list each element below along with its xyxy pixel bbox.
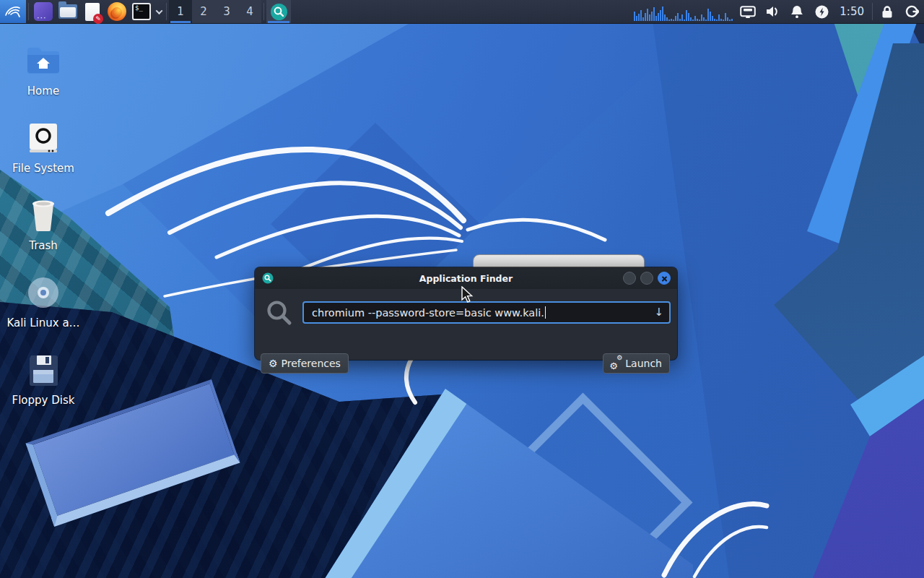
desktop-icon-label: Trash [29, 239, 58, 252]
launcher-firefox-button[interactable] [105, 0, 129, 23]
desktop-icon-home[interactable]: Home [6, 35, 81, 112]
file-manager-icon [58, 4, 77, 19]
workspace-number: 1 [177, 5, 184, 18]
workspace-group: 2 3 4 [192, 0, 261, 23]
logout-icon [905, 4, 919, 19]
clock[interactable]: 1:50 [834, 0, 870, 23]
workspace-number: 2 [200, 5, 207, 18]
clock-time: 1:50 [840, 5, 864, 18]
preferences-button[interactable]: ⚙ Preferences [261, 353, 349, 374]
application-finder-icon [262, 272, 274, 284]
mouse-cursor [461, 286, 476, 303]
launch-gears-icon: ⚙ ⚙ [611, 358, 622, 369]
firefox-icon [108, 2, 126, 21]
top-panel: $_ 1 2 3 4 [0, 0, 924, 24]
launcher-text-editor-button[interactable] [80, 0, 105, 23]
launcher-terminal-button[interactable]: $_ [129, 0, 154, 23]
bell-icon [790, 5, 803, 19]
desktop-icon-label: Kali Linux a… [6, 316, 79, 329]
logout-button[interactable] [899, 0, 924, 23]
desktop-icon-floppy-disk[interactable]: Floppy Disk [6, 344, 81, 421]
dropdown-arrow-icon[interactable]: ↓ [654, 306, 663, 319]
trash-icon [27, 197, 59, 234]
desktop-icon-trash[interactable]: Trash [6, 189, 81, 267]
close-button[interactable] [658, 272, 671, 285]
hard-drive-icon [27, 119, 59, 157]
floppy-icon [28, 351, 58, 389]
launch-button[interactable]: ⚙ ⚙ Launch [603, 353, 670, 374]
volume-tray-button[interactable] [760, 0, 785, 23]
workspace-2-button[interactable]: 2 [192, 0, 215, 23]
workspace-3-button[interactable]: 3 [215, 0, 238, 23]
window-title: Application Finder [255, 273, 677, 284]
desktop-icon-kali-cd[interactable]: Kali Linux a… [6, 267, 81, 344]
desktop-icon-label: File System [12, 162, 74, 175]
minimize-button[interactable] [623, 272, 636, 285]
terminal-icon: $_ [132, 3, 151, 20]
workspace-number: 4 [246, 5, 253, 18]
workspace-number: 3 [223, 5, 230, 18]
panel-separator [28, 3, 29, 20]
launch-label: Launch [625, 358, 662, 369]
text-caret [545, 306, 546, 319]
notifications-tray-button[interactable] [785, 0, 809, 23]
application-finder-icon [270, 3, 288, 21]
launcher-app-button[interactable] [31, 0, 56, 23]
launcher-file-manager-button[interactable] [56, 0, 80, 23]
chevron-down-icon [155, 7, 162, 14]
finder-search-input[interactable]: chromium --password-store=basic www.kali… [302, 301, 671, 324]
desktop-icon-list: Home File System Trash [6, 35, 81, 421]
panel-separator [166, 3, 167, 20]
panel-separator [872, 3, 873, 20]
text-editor-icon [85, 3, 100, 21]
workspace-1-button[interactable]: 1 [169, 0, 192, 23]
application-finder-window: Application Finder chromium --password-s… [255, 267, 677, 360]
search-query-text: chromium --password-store=basic www.kali… [312, 307, 544, 319]
lock-icon [881, 5, 894, 19]
applications-menu-button[interactable] [0, 0, 26, 23]
desktop-icon-file-system[interactable]: File System [6, 112, 81, 189]
kali-logo-icon [4, 2, 22, 21]
clipboard-icon [740, 6, 756, 18]
gear-icon: ⚙ [269, 358, 278, 369]
panel-separator [263, 3, 264, 20]
workspace-4-button[interactable]: 4 [238, 0, 261, 23]
cpu-graph[interactable] [631, 0, 736, 23]
desktop-icon-label: Home [27, 85, 59, 98]
disc-icon [27, 274, 60, 311]
desktop-icon-label: Floppy Disk [12, 394, 75, 407]
power-manager-tray-button[interactable] [809, 0, 834, 23]
maximize-button[interactable] [640, 272, 653, 285]
volume-icon [765, 5, 780, 18]
lock-screen-button[interactable] [875, 0, 899, 23]
preferences-label: Preferences [282, 358, 341, 369]
launcher-dropdown-chevron[interactable] [154, 0, 164, 23]
power-plug-icon [815, 5, 829, 19]
home-folder-icon [26, 42, 61, 79]
clipboard-tray-button[interactable] [736, 0, 760, 23]
panel-spacer [291, 0, 631, 23]
search-icon [265, 298, 294, 327]
app-window-icon [34, 2, 53, 21]
taskbar-application-finder-button[interactable] [266, 0, 291, 23]
